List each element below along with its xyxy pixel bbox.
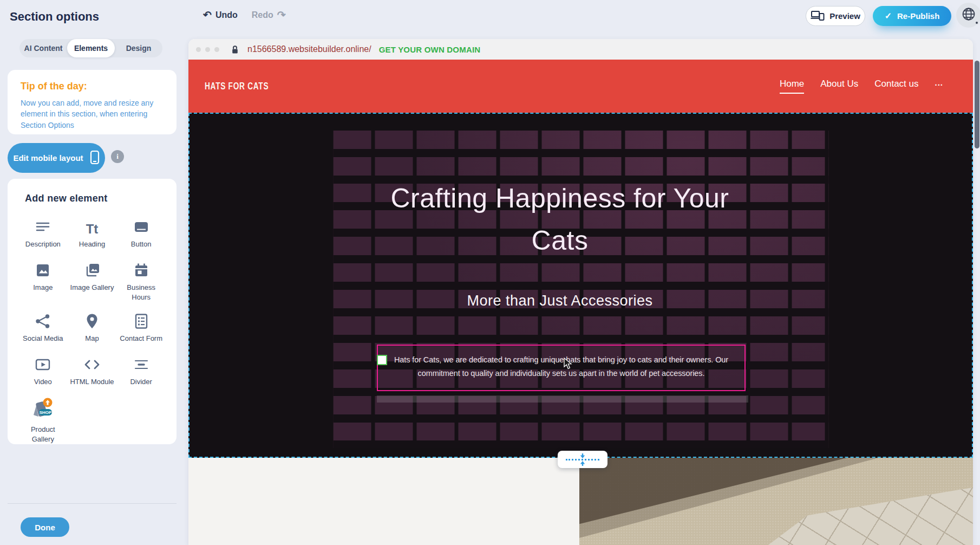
site-preview-canvas: n1566589.websitebuilder.online/ GET YOUR… xyxy=(188,39,973,545)
phone-icon xyxy=(90,150,100,166)
tab-elements[interactable]: Elements xyxy=(67,39,115,57)
site-nav: Home About Us Contact us ... xyxy=(780,60,943,113)
nav-contact-us[interactable]: Contact us xyxy=(874,79,918,94)
get-domain-link[interactable]: GET YOUR OWN DOMAIN xyxy=(379,45,481,54)
done-button[interactable]: Done xyxy=(21,517,69,537)
hero-heading[interactable]: Crafting Happiness for Your Cats xyxy=(387,178,733,262)
arrow-up-icon xyxy=(579,461,586,466)
devices-icon xyxy=(811,10,825,22)
preview-button[interactable]: Preview xyxy=(806,6,865,26)
site-header: HATS FOR CATS Home About Us Contact us .… xyxy=(188,60,973,113)
element-social-media[interactable]: Social Media xyxy=(18,310,68,345)
nav-more-icon[interactable]: ... xyxy=(935,78,943,95)
lock-icon xyxy=(231,45,239,54)
element-map[interactable]: Map xyxy=(68,310,117,345)
tip-body: Now you can add, move and resize any ele… xyxy=(21,98,164,131)
undo-redo-group: ↶ Undo Redo ↷ xyxy=(203,10,286,20)
paragraph-hover-strip xyxy=(377,395,748,403)
element-grid: Description Tt Heading Button Image Imag… xyxy=(18,216,166,444)
hero-content: Crafting Happiness for Your Cats More th… xyxy=(190,114,930,457)
resize-corner-handle[interactable] xyxy=(377,355,387,365)
product-gallery-icon: SHOP xyxy=(30,397,56,421)
description-icon xyxy=(34,216,51,236)
section-resize-handle[interactable] xyxy=(558,451,607,468)
site-logo[interactable]: HATS FOR CATS xyxy=(205,80,269,92)
selected-paragraph-box[interactable]: Hats for Cats, we are dedicated to craft… xyxy=(377,345,746,391)
tip-of-the-day-card: Tip of the day: Now you can add, move an… xyxy=(8,70,177,134)
business-hours-icon xyxy=(133,259,150,279)
tip-heading: Tip of the day: xyxy=(21,81,164,92)
info-icon[interactable]: i xyxy=(111,150,124,163)
next-section-image[interactable] xyxy=(579,458,973,545)
element-description[interactable]: Description xyxy=(18,216,68,251)
undo-button[interactable]: ↶ Undo xyxy=(203,10,238,20)
nav-about-us[interactable]: About Us xyxy=(820,79,858,94)
element-divider[interactable]: Divider xyxy=(116,354,166,388)
top-toolbar: Section options ↶ Undo Redo ↷ Preview ✓ … xyxy=(0,0,980,31)
hero-section-selected[interactable]: Crafting Happiness for Your Cats More th… xyxy=(188,113,973,458)
element-contact-form[interactable]: Contact Form xyxy=(116,310,166,345)
page: { "topbar": { "undo_label": "Undo", "red… xyxy=(0,0,980,545)
video-icon xyxy=(34,354,51,373)
element-button[interactable]: Button xyxy=(116,216,166,251)
edit-mobile-layout-button[interactable]: Edit mobile layout xyxy=(8,143,105,173)
page-title: Section options xyxy=(10,10,99,24)
browser-address-bar: n1566589.websitebuilder.online/ GET YOUR… xyxy=(188,39,973,60)
republish-button[interactable]: ✓ Re-Publish xyxy=(873,6,951,26)
hero-subheading[interactable]: More than Just Accessories xyxy=(397,293,722,309)
dotted-resize-line xyxy=(566,459,599,460)
image-gallery-icon xyxy=(83,259,101,279)
element-heading[interactable]: Tt Heading xyxy=(68,216,117,251)
button-icon xyxy=(133,216,150,236)
add-new-element-card: Add new element Description Tt Heading B… xyxy=(8,179,177,444)
heading-icon: Tt xyxy=(86,216,99,236)
image-icon xyxy=(34,259,51,279)
window-dots xyxy=(196,47,219,52)
panel-divider xyxy=(8,503,177,504)
language-globe-button[interactable] xyxy=(956,3,980,28)
scrollbar-thumb[interactable] xyxy=(975,61,979,148)
social-media-icon xyxy=(34,310,51,330)
element-html-module[interactable]: HTML Module xyxy=(68,354,117,388)
tab-ai-content[interactable]: AI Content xyxy=(19,39,67,57)
contact-form-icon xyxy=(133,310,150,330)
element-video[interactable]: Video xyxy=(18,354,68,388)
nav-home[interactable]: Home xyxy=(780,79,804,94)
arrow-down-icon xyxy=(579,453,586,458)
redo-icon: ↷ xyxy=(277,10,286,20)
tab-design[interactable]: Design xyxy=(115,39,162,57)
element-image[interactable]: Image xyxy=(18,259,68,302)
divider-icon xyxy=(133,354,150,373)
notification-dot xyxy=(975,21,979,25)
undo-icon: ↶ xyxy=(203,10,212,20)
panel-tab-strip: AI Content Elements Design xyxy=(19,39,162,57)
shop-badge: SHOP xyxy=(40,410,52,415)
globe-icon xyxy=(962,7,976,23)
code-icon xyxy=(83,354,101,373)
hero-paragraph: Hats for Cats, we are dedicated to craft… xyxy=(378,346,744,381)
element-business-hours[interactable]: Business Hours xyxy=(116,259,166,302)
next-section-left[interactable] xyxy=(188,458,579,545)
map-pin-icon xyxy=(83,310,101,330)
redo-button[interactable]: Redo ↷ xyxy=(252,10,286,20)
add-new-element-heading: Add new element xyxy=(25,193,166,204)
site-url: n1566589.websitebuilder.online/ xyxy=(247,44,371,54)
element-image-gallery[interactable]: Image Gallery xyxy=(68,259,117,302)
check-icon: ✓ xyxy=(885,11,892,21)
element-product-gallery[interactable]: SHOP Product Gallery xyxy=(18,397,68,444)
